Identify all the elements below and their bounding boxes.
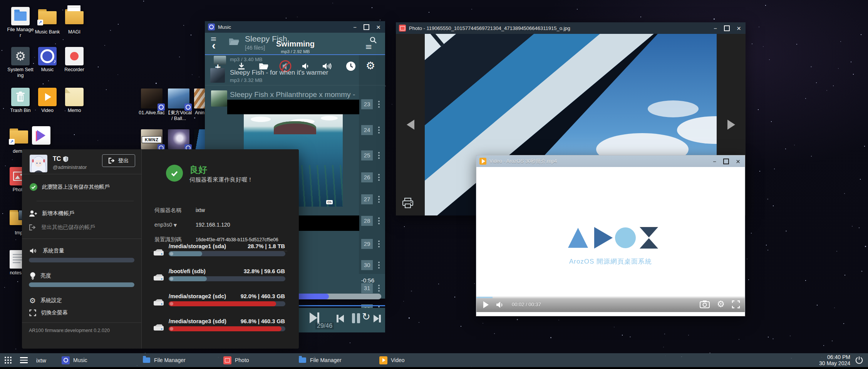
photo-prev-panel: [396, 34, 425, 215]
pause-icon[interactable]: [352, 313, 360, 323]
snapshot-camera-icon[interactable]: [700, 300, 710, 309]
video-player-body[interactable]: ArozOS 開源網頁桌面系統 00:02 / 00:37 ⚙: [476, 167, 745, 315]
track-row-badge[interactable]: 25: [361, 150, 385, 160]
fullscreen-icon[interactable]: [732, 300, 740, 309]
desktop-icon-music-file-5[interactable]: [165, 129, 192, 149]
list-menu-icon[interactable]: ≡: [365, 42, 372, 52]
kebab-menu-icon[interactable]: [378, 262, 380, 263]
photo-window-titlebar[interactable]: Photo - 119065550_10157744569721304_4713…: [396, 22, 746, 34]
track-row-badge[interactable]: 24: [361, 125, 385, 135]
taskbar-item-photo[interactable]: Photo: [220, 353, 253, 367]
close-button[interactable]: ×: [736, 158, 740, 165]
maximize-button[interactable]: [364, 24, 369, 30]
taskbar-item-file-manager-2[interactable]: File Manager: [295, 353, 345, 367]
maximize-button[interactable]: [723, 159, 729, 164]
next-photo-arrow-icon[interactable]: [727, 120, 735, 130]
folder-icon: [229, 37, 240, 46]
track-row-badge[interactable]: 23: [361, 99, 385, 109]
hostname-label[interactable]: ixtw: [36, 357, 46, 364]
nic-select[interactable]: enp3s0 ▼: [154, 222, 177, 228]
kebab-menu-icon[interactable]: [378, 240, 380, 242]
track-row-badge[interactable]: 31: [361, 283, 385, 293]
video-app-icon: [479, 158, 486, 165]
desktop-icon-music-file-2[interactable]: 【東方Vocal / Ball...: [165, 88, 192, 122]
history-clock-icon[interactable]: [346, 61, 356, 71]
now-playing-title: Swimming: [263, 40, 328, 48]
desktop-icon-system-setting[interactable]: ⚙ System Setting: [7, 47, 34, 78]
track-meta: mp3 / 3.32 MB: [230, 77, 263, 83]
track-row-badge[interactable]: 29: [361, 239, 385, 249]
track-row-badge[interactable]: 30: [361, 260, 385, 270]
music-app-icon: [38, 47, 57, 65]
shield-icon: [63, 156, 68, 162]
desktop-icon-video-app[interactable]: Video: [34, 88, 61, 114]
desktop-icon-trash-bin[interactable]: Trash Bin: [7, 88, 34, 114]
minimize-button[interactable]: −: [714, 25, 717, 31]
desktop-icon-file-manager[interactable]: File Manager: [7, 7, 34, 38]
add-local-account-item[interactable]: 新增本機帳戶: [29, 210, 74, 217]
brightness-row-label: 亮度: [30, 272, 51, 280]
desktop-icon-music-app[interactable]: Music: [34, 47, 61, 73]
minimize-button[interactable]: −: [353, 24, 357, 30]
video-controls-bar: 00:02 / 00:37 ⚙: [476, 297, 745, 312]
minimize-button[interactable]: −: [713, 159, 716, 164]
taskbar-item-file-manager[interactable]: File Manager: [139, 353, 189, 367]
hard-disk-icon: [153, 274, 164, 281]
media-player-icon: [32, 126, 50, 145]
close-button[interactable]: ×: [737, 25, 741, 32]
kebab-menu-icon[interactable]: [378, 217, 380, 219]
taskbar-item-video[interactable]: Video: [375, 353, 409, 367]
track-row-badge[interactable]: 27: [361, 194, 385, 204]
track-row-badge[interactable]: 28: [361, 216, 385, 226]
folder-shortcut-icon: ↗: [10, 129, 28, 144]
system-tray-panel: TC @administrator 登出 此瀏覽器上沒有儲存其他帳戶 新增本機帳…: [22, 149, 299, 349]
taskbar-menu-icon[interactable]: [20, 357, 28, 363]
file-manager-icon: [142, 356, 151, 364]
print-icon[interactable]: [402, 198, 414, 209]
track-row-badge[interactable]: 26: [361, 172, 385, 182]
power-icon[interactable]: [855, 356, 863, 364]
system-settings-item[interactable]: ⚙ 系統設定: [29, 296, 62, 305]
video-settings-gear-icon[interactable]: ⚙: [717, 300, 725, 309]
volume-icon[interactable]: [496, 301, 505, 309]
desktop-icon-music-bank[interactable]: ↗ Music Bank: [34, 7, 61, 35]
kebab-menu-icon[interactable]: [378, 152, 380, 154]
toggle-fullscreen-item[interactable]: 切換全螢幕: [29, 309, 68, 316]
logout-button[interactable]: 登出: [102, 154, 135, 167]
taskbar-clock[interactable]: 06:40 PM 30 May 2024: [819, 354, 850, 366]
desktop-icon-music-file-4[interactable]: KMNZ: [138, 129, 165, 149]
kebab-menu-icon[interactable]: [378, 285, 380, 286]
avatar[interactable]: [30, 155, 47, 172]
hard-disk-icon: [153, 324, 164, 331]
app-launcher-icon[interactable]: [5, 357, 12, 364]
file-manager-icon: [298, 356, 307, 364]
brightness-slider[interactable]: [29, 282, 134, 287]
kebab-menu-icon[interactable]: [378, 127, 380, 128]
previous-photo-arrow-icon[interactable]: [407, 120, 414, 130]
taskbar-item-music[interactable]: Music: [58, 353, 91, 367]
kebab-menu-icon[interactable]: [378, 196, 380, 197]
volume-slider[interactable]: [29, 258, 134, 262]
desktop-icon-recorder[interactable]: Recorder: [61, 47, 88, 73]
kebab-menu-icon[interactable]: [378, 174, 380, 175]
next-track-icon[interactable]: [374, 315, 381, 324]
desktop-icon-memo[interactable]: Memo: [61, 88, 88, 114]
close-button[interactable]: ×: [376, 23, 380, 31]
gear-icon: ⚙: [29, 296, 36, 305]
kebab-menu-icon[interactable]: [378, 101, 380, 102]
repeat-icon[interactable]: ↻: [362, 311, 370, 322]
play-icon[interactable]: [483, 301, 489, 308]
settings-gear-icon[interactable]: ⚙: [366, 60, 375, 72]
desktop-icon-magi[interactable]: MAGI: [61, 7, 88, 35]
video-window-titlebar[interactable]: Video - ArozOS 30秒簡介.mp4 − ×: [476, 155, 745, 167]
music-window-titlebar[interactable]: Music − ×: [205, 21, 385, 33]
previous-track-icon[interactable]: [337, 315, 344, 324]
logout-saved-accounts-item[interactable]: 登出其他已儲存的帳戶: [29, 224, 95, 231]
track-title[interactable]: Sleepy Fish - for when it's warmer: [230, 69, 328, 77]
desktop-icon-music-file-1[interactable]: 01.Alive.flac: [138, 88, 165, 116]
desktop-icon-media-player[interactable]: [28, 126, 55, 145]
maximize-button[interactable]: [724, 25, 730, 31]
video-seek-bar[interactable]: [476, 297, 745, 298]
track-title[interactable]: Sleepy Fish x Philanthrope x mommy -: [230, 90, 355, 99]
back-chevron-icon[interactable]: ‹: [212, 40, 216, 51]
